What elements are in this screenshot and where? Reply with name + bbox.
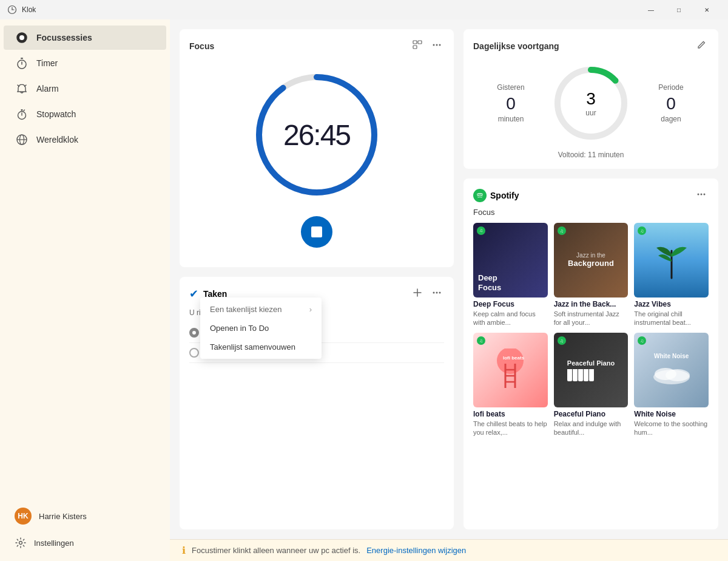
- stat-gisteren-value: 0: [473, 94, 548, 114]
- settings-item[interactable]: Instellingen: [12, 532, 158, 554]
- svg-rect-18: [413, 41, 417, 44]
- taken-more-button[interactable]: [430, 287, 444, 301]
- sidebar-item-stopwatch[interactable]: Stopwatch: [4, 102, 166, 126]
- sidebar-item-alarm[interactable]: Alarm: [4, 76, 166, 101]
- spotify-svg: [476, 191, 484, 200]
- dropdown-item-samenvouwen[interactable]: Takenlijst samenvouwen: [200, 338, 322, 356]
- settings-label: Instellingen: [34, 539, 74, 548]
- sidebar: Focussessies Timer: [0, 19, 170, 561]
- svg-point-28: [433, 292, 435, 294]
- svg-line-13: [24, 110, 25, 111]
- minimize-button[interactable]: —: [637, 0, 665, 19]
- focus-expand-button[interactable]: [410, 39, 425, 53]
- stat-gisteren-unit: minuten: [473, 115, 548, 123]
- playlist-name-jazz-vibes: Jazz Vibes: [634, 300, 709, 308]
- playlist-white-noise[interactable]: ♫ White Noise: [634, 333, 709, 437]
- dropdown-header: Een takenlijst kiezen ›: [200, 300, 322, 319]
- playlist-thumb-lofi: ♫: [473, 333, 548, 407]
- titlebar: Klok — □ ✕: [0, 0, 728, 19]
- more-icon: [432, 40, 442, 50]
- donut-center-values: 3 uur: [585, 89, 596, 117]
- playlist-desc-lofi: The chillest beats to help you relax,...: [473, 420, 548, 437]
- bottom-bar-text: Focustimer klinkt alleen wanneer uw pc a…: [192, 546, 360, 555]
- close-button[interactable]: ✕: [693, 0, 721, 19]
- task-radio-1[interactable]: [189, 328, 199, 338]
- playlist-piano[interactable]: ♫ Peaceful Piano: [554, 333, 629, 437]
- svg-rect-19: [418, 41, 422, 44]
- playlist-thumb-piano: ♫ Peaceful Piano: [554, 333, 629, 407]
- timer-icon: [16, 57, 28, 69]
- energy-settings-link[interactable]: Energie-instellingen wijzigen: [366, 546, 466, 555]
- taken-add-button[interactable]: [410, 287, 425, 301]
- dropdown-header-label: Een takenlijst kiezen: [210, 305, 282, 314]
- info-icon: ℹ: [182, 545, 186, 556]
- sp-badge-2: ♫: [558, 226, 566, 235]
- spotify-card: Spotify Focus: [463, 178, 718, 529]
- focus-more-button[interactable]: [430, 39, 444, 53]
- playlist-jazz-vibes[interactable]: ♫ Jazz Vibes The original chil: [634, 223, 709, 327]
- timer-circle: 26:45: [250, 68, 383, 202]
- main-layout: Focussessies Timer: [0, 19, 728, 561]
- playlist-thumb-jazz-bg: ♫ Jazz in the Background: [554, 223, 629, 298]
- playlist-jazz-bg[interactable]: ♫ Jazz in the Background Jazz in the Bac…: [554, 223, 629, 327]
- dropdown-menu: Een takenlijst kiezen › Openen in To Do …: [200, 298, 322, 359]
- sp-badge-5: ♫: [558, 336, 566, 345]
- svg-rect-20: [413, 46, 417, 49]
- focus-card-header: Focus: [189, 39, 444, 53]
- app-icon: [7, 5, 17, 15]
- sp-badge-4: ♫: [477, 336, 485, 345]
- sidebar-item-stopwatch-label: Stopwatch: [36, 109, 76, 119]
- svg-point-30: [439, 292, 441, 294]
- focus-card-title: Focus: [189, 41, 214, 51]
- stopwatch-icon: [16, 108, 28, 120]
- progress-edit-button[interactable]: [694, 39, 709, 53]
- dropdown-samenvouwen-label: Takenlijst samenvouwen: [210, 342, 295, 352]
- playlist-desc-white-noise: Welcome to the soothing hum...: [634, 420, 709, 437]
- svg-text:lofi beats: lofi beats: [503, 355, 525, 361]
- maximize-button[interactable]: □: [665, 0, 693, 19]
- donut-chart: 3 uur: [548, 61, 633, 146]
- palm-svg: [653, 239, 690, 281]
- progress-card: Dagelijkse voortgang Gisteren 0 minuten: [463, 29, 718, 169]
- spotify-icon: [473, 189, 487, 202]
- app-name: Klok: [22, 5, 36, 14]
- playlist-name-lofi: lofi beats: [473, 410, 548, 418]
- focus-card-actions: [410, 39, 444, 53]
- timer-container: 26:45: [189, 58, 444, 257]
- playlist-deep-focus[interactable]: ♫ DeepFocus Deep Focus Keep calm and foc…: [473, 223, 548, 327]
- spotify-name: Spotify: [490, 191, 519, 200]
- donut-goal-unit: uur: [585, 109, 596, 117]
- stat-gisteren: Gisteren 0 minuten: [473, 83, 548, 123]
- sidebar-item-wereldklok-label: Wereldklok: [36, 135, 78, 144]
- spotify-more-button[interactable]: [694, 188, 709, 203]
- bottom-bar: ℹ Focustimer klinkt alleen wanneer uw pc…: [170, 539, 728, 561]
- playlist-name-piano: Peaceful Piano: [554, 410, 629, 418]
- sidebar-item-wereldklok[interactable]: Wereldklok: [4, 127, 166, 152]
- dropdown-item-open[interactable]: Openen in To Do: [200, 319, 322, 338]
- sidebar-item-timer[interactable]: Timer: [4, 51, 166, 75]
- sidebar-nav: Focussessies Timer: [0, 19, 170, 495]
- stat-gisteren-label: Gisteren: [473, 83, 548, 92]
- sidebar-item-focussessies[interactable]: Focussessies: [4, 25, 166, 50]
- playlist-name-white-noise: White Noise: [634, 410, 709, 418]
- svg-line-8: [18, 85, 19, 87]
- playlist-name-jazz-bg: Jazz in the Back...: [554, 300, 629, 308]
- titlebar-left: Klok: [7, 5, 36, 15]
- voltooid-label: Voltooid: 11 minuten: [473, 151, 709, 159]
- stop-icon: [311, 226, 322, 237]
- sidebar-bottom: HK Harrie Kisters Instellingen: [0, 495, 170, 561]
- sp-badge-6: ♫: [638, 336, 646, 345]
- stop-button[interactable]: [301, 216, 332, 248]
- focussessies-icon: [16, 32, 28, 44]
- progress-header: Dagelijkse voortgang: [473, 39, 709, 53]
- playlist-desc-jazz-vibes: The original chill instrumental beat...: [634, 310, 709, 327]
- alarm-icon: [16, 83, 28, 95]
- playlist-grid: ♫ DeepFocus Deep Focus Keep calm and foc…: [473, 223, 709, 437]
- playlist-lofi[interactable]: ♫: [473, 333, 548, 437]
- playlist-thumb-jazz-vibes: ♫: [634, 223, 709, 298]
- task-radio-2[interactable]: [189, 348, 199, 358]
- add-icon: [413, 288, 422, 298]
- playlist-desc-piano: Relax and indulge with beautiful...: [554, 420, 629, 437]
- user-item[interactable]: HK Harrie Kisters: [12, 503, 158, 529]
- stat-periode: Periode 0 dagen: [633, 83, 709, 123]
